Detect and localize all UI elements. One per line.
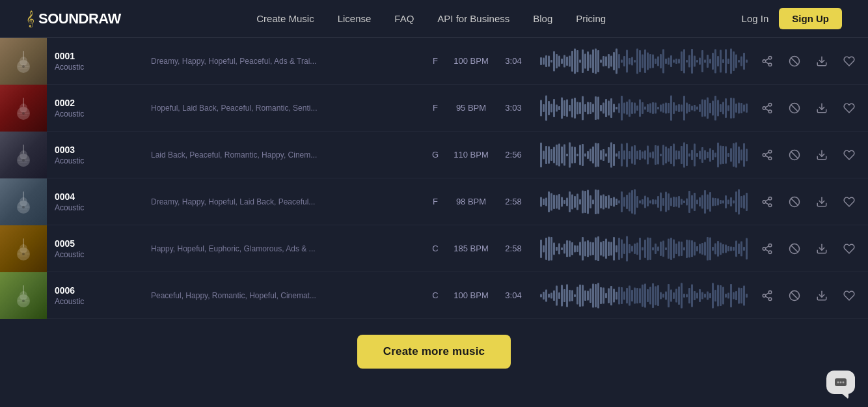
svg-rect-262 (709, 148, 711, 161)
svg-rect-368 (738, 189, 740, 214)
svg-rect-153 (673, 102, 675, 114)
track-info: 0004 Acoustic (47, 191, 151, 212)
nav-create-music[interactable]: Create Music (256, 13, 314, 24)
download-button[interactable] (813, 287, 830, 304)
track-row[interactable]: 0004 Acoustic Dreamy, Happy, Hopeful, La… (0, 178, 868, 225)
svg-rect-77 (722, 59, 724, 63)
track-row[interactable]: 0003 Acoustic Laid Back, Peaceful, Roman… (0, 132, 868, 178)
svg-rect-434 (662, 240, 664, 257)
svg-rect-408 (595, 237, 597, 260)
svg-rect-417 (618, 238, 620, 260)
create-more-button[interactable]: Create more music (357, 335, 511, 369)
svg-rect-148 (660, 104, 662, 111)
share-button[interactable] (759, 147, 776, 163)
track-waveform[interactable] (540, 281, 748, 310)
share-button[interactable] (759, 100, 776, 117)
svg-rect-76 (720, 49, 722, 72)
svg-rect-427 (644, 240, 646, 258)
share-button[interactable] (759, 193, 776, 210)
svg-rect-431 (655, 244, 657, 254)
heart-icon (843, 55, 855, 67)
logo[interactable]: 𝄞 SOUNDRAW (26, 10, 121, 27)
svg-rect-20 (574, 48, 576, 74)
svg-rect-361 (720, 200, 722, 204)
track-waveform[interactable] (540, 141, 748, 169)
track-waveform[interactable] (540, 47, 748, 76)
download-button[interactable] (813, 240, 830, 257)
svg-rect-549 (714, 290, 716, 302)
track-tags: Happy, Hopeful, Euphoric, Glamorous, Ads… (151, 244, 426, 253)
favorite-button[interactable] (841, 193, 858, 210)
block-button[interactable] (786, 193, 803, 210)
main-nav: Create Music License FAQ API for Busines… (256, 13, 606, 24)
svg-rect-69 (701, 50, 703, 72)
share-button[interactable] (759, 240, 776, 257)
track-waveform[interactable] (540, 234, 748, 263)
svg-rect-205 (561, 147, 563, 163)
track-row[interactable]: 0006 Acoustic Peaceful, Happy, Romantic,… (0, 272, 868, 319)
svg-rect-31 (603, 56, 604, 66)
favorite-button[interactable] (841, 100, 858, 117)
login-button[interactable]: Log In (742, 13, 769, 24)
svg-rect-223 (608, 147, 610, 163)
chat-bubble[interactable] (826, 371, 855, 394)
svg-rect-516 (629, 285, 631, 305)
svg-rect-346 (681, 199, 683, 204)
svg-rect-267 (722, 146, 724, 164)
nav-pricing[interactable]: Pricing (576, 13, 606, 24)
svg-rect-496 (576, 287, 578, 304)
track-key: F (426, 56, 445, 66)
nav-faq[interactable]: FAQ (394, 13, 414, 24)
svg-rect-409 (597, 236, 599, 261)
track-key: C (426, 244, 445, 253)
svg-rect-33 (608, 54, 610, 68)
track-row[interactable]: 0001 Acoustic Dreamy, Happy, Hopeful, Pe… (0, 38, 868, 85)
download-button[interactable] (813, 53, 830, 70)
download-button[interactable] (813, 193, 830, 210)
svg-rect-484 (545, 289, 547, 302)
svg-rect-404 (584, 241, 586, 256)
svg-rect-462 (735, 240, 737, 257)
favorite-button[interactable] (841, 53, 858, 70)
svg-rect-163 (699, 104, 701, 112)
svg-rect-270 (730, 148, 732, 161)
track-thumbnail (0, 132, 47, 178)
track-key: F (426, 197, 445, 206)
svg-rect-162 (696, 106, 698, 109)
download-button[interactable] (813, 100, 830, 117)
svg-rect-218 (595, 143, 597, 167)
favorite-button[interactable] (841, 287, 858, 304)
svg-rect-79 (727, 59, 729, 64)
nav-api-business[interactable]: API for Business (437, 13, 509, 24)
nav-license[interactable]: License (338, 13, 372, 24)
block-button[interactable] (786, 287, 803, 304)
block-button[interactable] (786, 100, 803, 117)
svg-rect-502 (592, 283, 594, 307)
download-button[interactable] (813, 147, 830, 163)
signup-button[interactable]: Sign Up (779, 8, 842, 29)
track-waveform[interactable] (540, 188, 748, 216)
favorite-button[interactable] (841, 147, 858, 163)
svg-rect-104 (545, 95, 547, 120)
svg-rect-550 (717, 285, 719, 306)
track-row[interactable]: 0005 Acoustic Happy, Hopeful, Euphoric, … (0, 225, 868, 272)
svg-rect-61 (681, 51, 683, 71)
track-row[interactable]: 0002 Acoustic Hopeful, Laid Back, Peacef… (0, 85, 868, 132)
block-button[interactable] (786, 240, 803, 257)
svg-rect-272 (735, 142, 737, 167)
share-button[interactable] (759, 53, 776, 70)
favorite-button[interactable] (841, 240, 858, 257)
svg-rect-493 (569, 290, 571, 302)
share-button[interactable] (759, 287, 776, 304)
track-waveform[interactable] (540, 94, 748, 122)
svg-rect-328 (634, 189, 636, 214)
block-button[interactable] (786, 147, 803, 163)
svg-rect-160 (691, 105, 693, 110)
svg-rect-207 (566, 154, 568, 156)
svg-rect-57 (670, 55, 672, 67)
svg-rect-111 (563, 100, 565, 116)
svg-rect-110 (561, 97, 563, 119)
svg-rect-532 (670, 289, 672, 302)
nav-blog[interactable]: Blog (533, 13, 552, 24)
block-button[interactable] (786, 53, 803, 70)
